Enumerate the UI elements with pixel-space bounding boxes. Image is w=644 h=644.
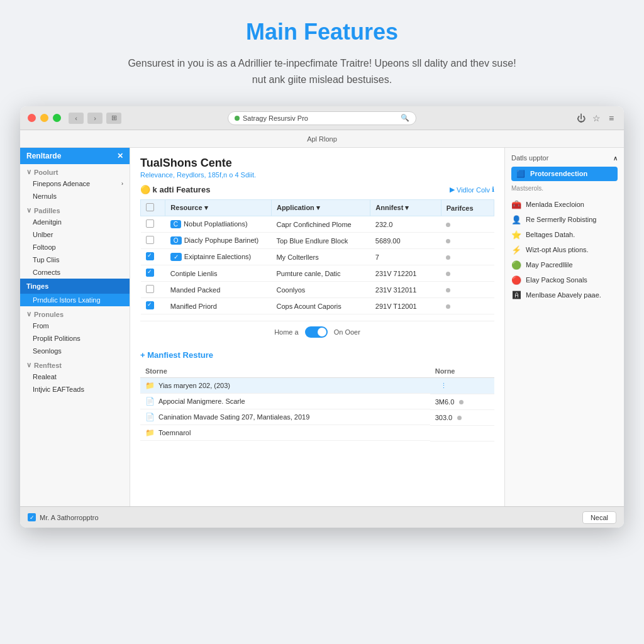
- maximize-button[interactable]: [53, 114, 61, 122]
- chevron-down-icon: ∨: [26, 168, 31, 176]
- row-application: My Colterllers: [271, 249, 370, 265]
- sidebar-header: Renltarde ✕: [20, 148, 130, 164]
- status-dot: [446, 255, 450, 260]
- sidebar-section-padilles[interactable]: ∨ Padilles: [20, 203, 130, 216]
- row-other: [441, 298, 494, 314]
- table-row: Manifled PriordCops Acount Caporis291V T…: [141, 298, 494, 314]
- row-checkbox[interactable]: [146, 219, 154, 228]
- sidebar-item-tup-cliis[interactable]: Tup Cliis: [20, 253, 130, 266]
- bottom-checkbox[interactable]: ✓: [28, 513, 36, 521]
- panel-item[interactable]: 👤Re Sermerlly Robisting: [511, 212, 618, 227]
- secure-icon: [235, 116, 240, 121]
- col-header-application[interactable]: Application ▾: [271, 200, 370, 216]
- sidebar-item-cornects[interactable]: Cornects: [20, 266, 130, 279]
- row-checkbox-cell: [141, 298, 165, 314]
- manifest-row-value: ⋮: [430, 378, 494, 394]
- chevron-down-icon: ∨: [26, 310, 31, 318]
- sidebar-section-poolurt[interactable]: ∨ Poolurt: [20, 164, 130, 177]
- toggle-row: Home a On Ooer: [140, 321, 494, 343]
- panel-subtitle: Mastserols.: [511, 185, 618, 192]
- manifest-table: Storne Norne 📁Yias maryen 202, (203)⋮📄Ap…: [140, 365, 494, 441]
- mac-window: ‹ › ⊞ Satragy Resursiv Pro 🔍 ⏻ ☆ ≡ Apl R…: [20, 106, 624, 528]
- panel-collapse-icon[interactable]: ∧: [613, 155, 618, 162]
- sidebar-item-realeat[interactable]: Realeat: [20, 370, 130, 383]
- manifest-status-dot: [459, 400, 464, 404]
- sidebar-item-finepons[interactable]: Finepons Adenace ›: [20, 177, 130, 190]
- panel-item-text: Menlbase Abavely paae.: [526, 291, 601, 299]
- sidebar-item-seonlogs[interactable]: Seonlogs: [20, 345, 130, 357]
- arrow-icon: ›: [121, 180, 123, 187]
- sidebar-title: Renltarde: [26, 152, 61, 160]
- manifest-status-dot: [457, 416, 462, 420]
- row-checkbox-cell: [141, 233, 165, 249]
- sidebar-item-intjvic[interactable]: Intjvic EAFTeads: [20, 383, 130, 396]
- power-icon[interactable]: ⏻: [576, 113, 586, 123]
- sidebar-section-tinges-active[interactable]: Tinges: [20, 279, 130, 294]
- sidebar-item-adenitgin[interactable]: Adenitgin: [20, 216, 130, 228]
- page-title: Main Features: [246, 19, 398, 45]
- back-button[interactable]: ‹: [69, 113, 84, 124]
- sidebar-item-prndulic[interactable]: Prndulic lstors Lxating: [20, 294, 130, 306]
- chevron-down-icon: ∨: [26, 361, 31, 369]
- select-all-checkbox[interactable]: [146, 203, 154, 211]
- row-tag: O: [170, 236, 182, 245]
- panel-item[interactable]: 🅰Menlbase Abavely paae.: [511, 287, 618, 303]
- sidebar-close-icon[interactable]: ✕: [117, 152, 123, 160]
- row-application: Cops Acount Caporis: [271, 298, 370, 314]
- row-other: [441, 216, 494, 233]
- panel-item[interactable]: ⭐Beltages Datah.: [511, 227, 618, 242]
- sidebar-section-renftest[interactable]: ∨ Renftest: [20, 357, 130, 370]
- manifest-row-action-icon[interactable]: ⋮: [440, 382, 447, 389]
- toggle-switch[interactable]: [305, 326, 328, 338]
- minimize-button[interactable]: [40, 114, 48, 122]
- panel-item[interactable]: 🧰Menlada Execloion: [511, 197, 618, 212]
- panel-item[interactable]: 🟢May Pacredllile: [511, 257, 618, 272]
- info-icon: ℹ: [492, 186, 494, 194]
- status-dot: [446, 223, 450, 227]
- panel-section-icon: 🟦: [516, 170, 525, 177]
- row-resource: ✓Exiptainre Ealections): [165, 249, 272, 265]
- row-tag: C: [170, 220, 181, 228]
- sidebar-item-proplit[interactable]: Proplit Politions: [20, 332, 130, 345]
- panel-section-text: Protorsendection: [530, 170, 587, 177]
- manifest-col-norne: Norne: [430, 365, 494, 378]
- row-resource: ODiacly Pophupe Barinet): [165, 233, 272, 249]
- panel-item-icon: 🧰: [511, 199, 521, 209]
- row-other: [441, 265, 494, 282]
- data-table: Resource ▾ Application ▾ Annifest ▾ Pari…: [140, 199, 494, 314]
- row-checkbox[interactable]: [146, 285, 154, 293]
- search-icon: 🔍: [401, 114, 409, 122]
- close-button[interactable]: [28, 114, 36, 122]
- panel-item[interactable]: 🔴Elay Packog Sonals: [511, 272, 618, 287]
- star-icon[interactable]: ☆: [591, 113, 601, 123]
- grid-button[interactable]: ⊞: [106, 113, 121, 124]
- video-link-text: Vidlor Colv: [457, 186, 490, 194]
- table-row: ✓Exiptainre Ealections)My Colterllers7: [141, 249, 494, 265]
- row-checkbox[interactable]: [146, 269, 154, 277]
- sidebar-item-unlber[interactable]: Unlber: [20, 228, 130, 241]
- row-tag: ✓: [170, 253, 182, 261]
- row-checkbox[interactable]: [146, 252, 154, 260]
- menu-icon[interactable]: ≡: [606, 113, 616, 123]
- video-link[interactable]: ▶ Vidlor Colv ℹ: [450, 186, 494, 194]
- sidebar-item-foltoop[interactable]: Foltoop: [20, 241, 130, 253]
- manifest-row-value: 3M6.0: [430, 394, 494, 409]
- sidebar-item-from[interactable]: From: [20, 319, 130, 332]
- col-header-other[interactable]: Parifces: [441, 200, 494, 216]
- row-checkbox[interactable]: [146, 236, 154, 244]
- col-header-manifest[interactable]: Annifest ▾: [370, 200, 441, 216]
- app-body: Renltarde ✕ ∨ Poolurt Finepons Adenace ›…: [20, 148, 624, 506]
- sidebar-item-nernuls[interactable]: Nernuls: [20, 190, 130, 203]
- necal-button[interactable]: Necal: [582, 511, 616, 524]
- panel-item-icon: 🅰: [511, 290, 521, 300]
- row-other: [441, 233, 494, 249]
- url-bar[interactable]: Satragy Resursiv Pro 🔍: [228, 111, 416, 125]
- row-checkbox[interactable]: [146, 301, 154, 309]
- sidebar: Renltarde ✕ ∨ Poolurt Finepons Adenace ›…: [20, 148, 130, 506]
- col-header-resource[interactable]: Resource ▾: [165, 200, 272, 216]
- sidebar-section-pronules[interactable]: ∨ Pronules: [20, 306, 130, 319]
- folder-icon: 📁: [145, 381, 155, 390]
- forward-button[interactable]: ›: [87, 113, 103, 124]
- panel-item[interactable]: ⚡Wizt-opt Alus ptions.: [511, 242, 618, 257]
- table-row: ODiacly Pophupe Barinet)Top Blue Endlure…: [141, 233, 494, 249]
